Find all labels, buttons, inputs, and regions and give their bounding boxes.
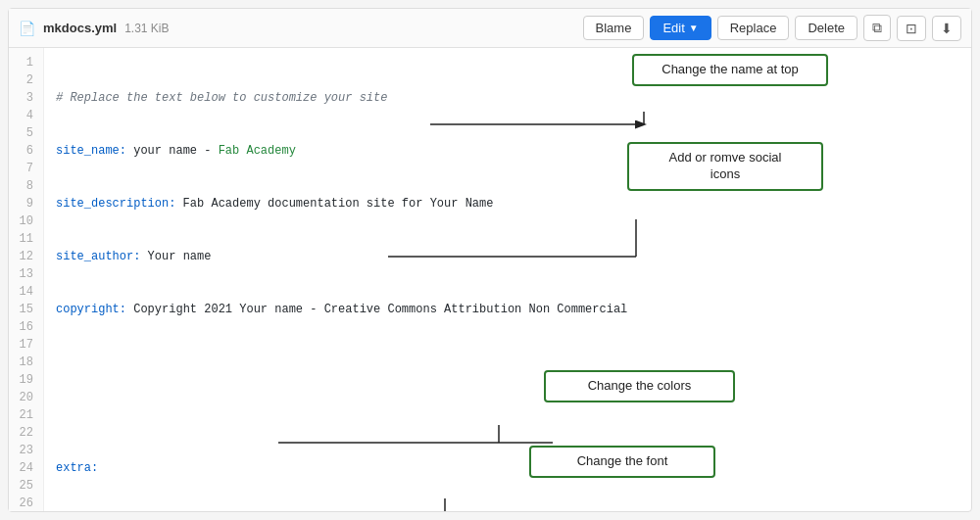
code-area: 12345 678910 1112131415 1617181920 21222…	[9, 48, 971, 511]
toolbar: 📄 mkdocs.yml 1.31 KiB Blame Edit ▼ Repla…	[9, 9, 971, 48]
blame-button[interactable]: Blame	[583, 16, 645, 40]
raw-button[interactable]: ⊡	[897, 16, 926, 41]
code-content[interactable]: # Replace the text below to customize yo…	[44, 48, 971, 511]
toolbar-right: Blame Edit ▼ Replace Delete ⧉ ⊡ ⬇	[583, 15, 961, 41]
copy-button[interactable]: ⧉	[863, 15, 891, 41]
toolbar-left: 📄 mkdocs.yml 1.31 KiB	[19, 21, 575, 36]
replace-button[interactable]: Replace	[717, 16, 790, 40]
chevron-down-icon: ▼	[689, 23, 699, 33]
annotation-change-font: Change the font	[529, 446, 715, 478]
file-name: mkdocs.yml	[43, 21, 117, 35]
file-icon: 📄	[19, 21, 35, 36]
delete-button[interactable]: Delete	[795, 16, 858, 40]
annotation-name-at-top: Change the name at top	[632, 54, 828, 86]
annotation-change-colors: Change the colors	[544, 370, 735, 402]
edit-button[interactable]: Edit ▼	[650, 16, 710, 40]
annotation-social-icons: Add or romve socialicons	[627, 142, 823, 191]
line-numbers: 12345 678910 1112131415 1617181920 21222…	[9, 48, 44, 511]
download-button[interactable]: ⬇	[932, 16, 961, 41]
file-size: 1.31 KiB	[124, 22, 169, 35]
